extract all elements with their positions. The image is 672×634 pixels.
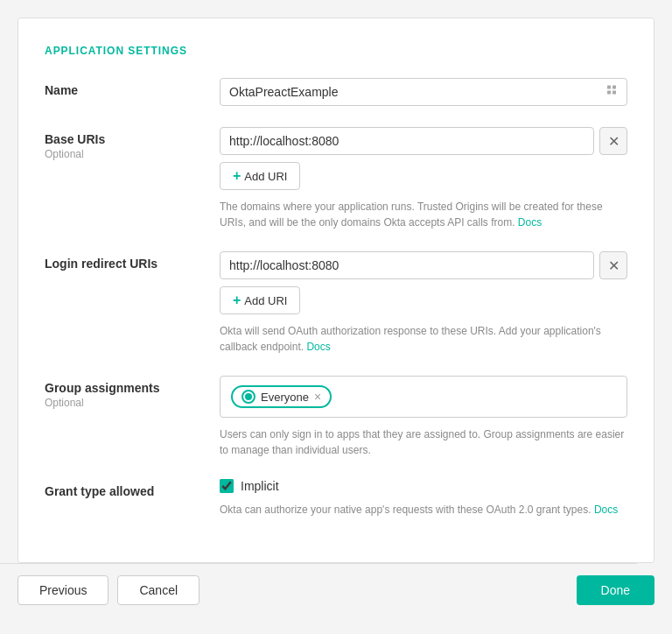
grant-type-docs-link[interactable]: Docs — [594, 504, 618, 516]
footer: Previous Cancel Done — [18, 564, 654, 616]
implicit-checkbox-label: Implicit — [241, 479, 279, 493]
close-icon: ✕ — [608, 257, 620, 274]
login-redirect-uris-field-row: Login redirect URIs ✕ + Add URI Okta wil… — [45, 251, 627, 355]
group-tag-remove-button[interactable]: × — [314, 391, 321, 403]
base-uris-add-button[interactable]: + Add URI — [220, 162, 300, 190]
done-button[interactable]: Done — [577, 575, 654, 605]
group-assignments-label: Group assignments — [45, 381, 220, 395]
base-uris-input-row: ✕ — [220, 127, 627, 155]
grant-type-field-row: Grant type allowed Implicit Okta can aut… — [45, 479, 627, 518]
implicit-checkbox[interactable] — [220, 479, 234, 493]
svg-rect-0 — [607, 86, 611, 89]
login-redirect-uris-input[interactable] — [220, 251, 594, 279]
login-redirect-uris-add-button[interactable]: + Add URI — [220, 286, 300, 314]
base-uris-input[interactable] — [220, 127, 594, 155]
svg-rect-3 — [612, 91, 616, 95]
grant-type-helper: Okta can authorize your native app's req… — [220, 502, 627, 518]
close-icon: ✕ — [608, 133, 620, 150]
login-redirect-uris-clear-button[interactable]: ✕ — [599, 251, 627, 279]
name-input[interactable] — [220, 78, 627, 106]
group-assignment-box[interactable]: Everyone × — [220, 376, 627, 418]
login-redirect-uris-docs-link[interactable]: Docs — [306, 341, 330, 353]
base-uris-docs-link[interactable]: Docs — [518, 216, 542, 229]
grant-type-label: Grant type allowed — [45, 484, 220, 498]
group-tag-radio-inner — [245, 393, 252, 400]
name-label: Name — [45, 83, 220, 97]
plus-icon: + — [233, 168, 241, 184]
grid-icon — [606, 85, 619, 100]
base-uris-label: Base URIs — [45, 132, 220, 146]
group-assignments-field-row: Group assignments Optional Everyone × Us… — [45, 376, 627, 458]
login-redirect-uris-input-row: ✕ — [220, 251, 627, 279]
svg-rect-2 — [607, 91, 611, 95]
login-redirect-uris-add-label: Add URI — [244, 294, 287, 307]
svg-rect-1 — [612, 86, 616, 89]
section-title: APPLICATION SETTINGS — [45, 45, 627, 57]
group-tag-radio — [242, 390, 256, 404]
group-tag-everyone: Everyone × — [231, 385, 332, 408]
cancel-button[interactable]: Cancel — [117, 575, 200, 605]
login-redirect-uris-label: Login redirect URIs — [45, 257, 220, 271]
previous-button[interactable]: Previous — [18, 575, 108, 605]
base-uris-sub-label: Optional — [45, 148, 220, 160]
footer-left: Previous Cancel — [18, 575, 200, 605]
plus-icon: + — [233, 292, 241, 308]
implicit-checkbox-row: Implicit — [220, 479, 627, 493]
base-uris-clear-button[interactable]: ✕ — [599, 127, 627, 155]
login-redirect-uris-helper: Okta will send OAuth authorization respo… — [220, 323, 627, 355]
name-field-row: Name — [45, 78, 627, 106]
group-tag-label: Everyone — [261, 391, 309, 404]
base-uris-add-label: Add URI — [244, 170, 287, 183]
base-uris-field-row: Base URIs Optional ✕ + Add URI The domai… — [45, 127, 627, 230]
group-assignments-helper: Users can only sign in to apps that they… — [220, 426, 627, 458]
group-assignments-sub-label: Optional — [45, 397, 220, 409]
name-input-wrapper — [220, 78, 627, 106]
base-uris-helper: The domains where your application runs.… — [220, 199, 627, 230]
